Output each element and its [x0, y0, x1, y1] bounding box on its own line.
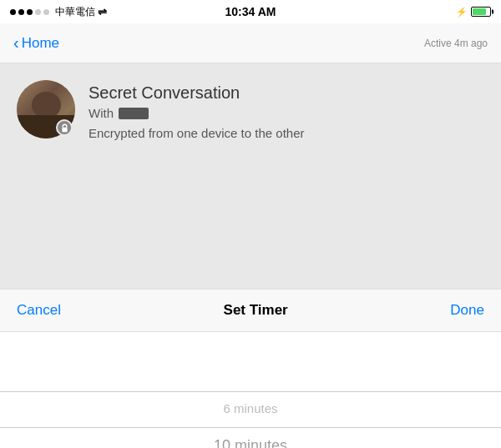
time-picker[interactable]: 6 minutes10 minutes30 minutes1 hour6 hou…	[0, 332, 501, 448]
signal-carrier: 中華電信 ⇌	[10, 5, 107, 19]
picker-item-1[interactable]: 10 minutes	[0, 427, 501, 448]
action-bar: Cancel Set Timer Done	[0, 289, 501, 332]
signal-dot-1	[10, 9, 16, 15]
battery-fill	[473, 8, 486, 15]
active-status: Active 4m ago	[424, 38, 488, 49]
wifi-icon: ⇌	[98, 6, 107, 18]
picker-item-0[interactable]: 6 minutes	[0, 390, 501, 427]
back-button[interactable]: ‹ Home	[13, 35, 59, 52]
conversation-title: Secret Conversation	[89, 83, 484, 103]
status-time: 10:34 AM	[225, 5, 276, 18]
signal-dot-2	[18, 9, 24, 15]
picker-items-list: 6 minutes10 minutes30 minutes1 hour6 hou…	[0, 332, 501, 448]
content-area: Secret Conversation With Encrypted from …	[0, 63, 501, 289]
avatar-wrap	[17, 80, 75, 138]
signal-dot-5	[43, 9, 49, 15]
set-timer-title: Set Timer	[224, 302, 288, 319]
back-label: Home	[22, 35, 59, 52]
nav-bar: ‹ Home Active 4m ago	[0, 23, 501, 63]
lock-icon	[60, 123, 69, 133]
carrier-label: 中華電信	[55, 5, 95, 19]
bottom-sheet: Cancel Set Timer Done 6 minutes10 minute…	[0, 289, 501, 448]
charging-icon: ⚡	[456, 7, 468, 18]
status-right: ⚡	[456, 7, 491, 18]
chevron-left-icon: ‹	[13, 34, 19, 51]
lock-badge	[56, 119, 73, 136]
status-bar: 中華電信 ⇌ 10:34 AM ⚡	[0, 0, 501, 23]
conversation-info: Secret Conversation With Encrypted from …	[89, 80, 484, 142]
done-button[interactable]: Done	[450, 302, 484, 319]
conversation-description: Encrypted from one device to the other	[89, 125, 484, 142]
battery-indicator	[471, 7, 491, 17]
cancel-button[interactable]: Cancel	[17, 302, 61, 319]
conversation-with: With	[89, 106, 484, 120]
name-redacted	[119, 108, 149, 119]
svg-rect-0	[62, 127, 67, 132]
signal-dot-4	[35, 9, 41, 15]
signal-dot-3	[27, 9, 33, 15]
with-label: With	[89, 106, 114, 120]
